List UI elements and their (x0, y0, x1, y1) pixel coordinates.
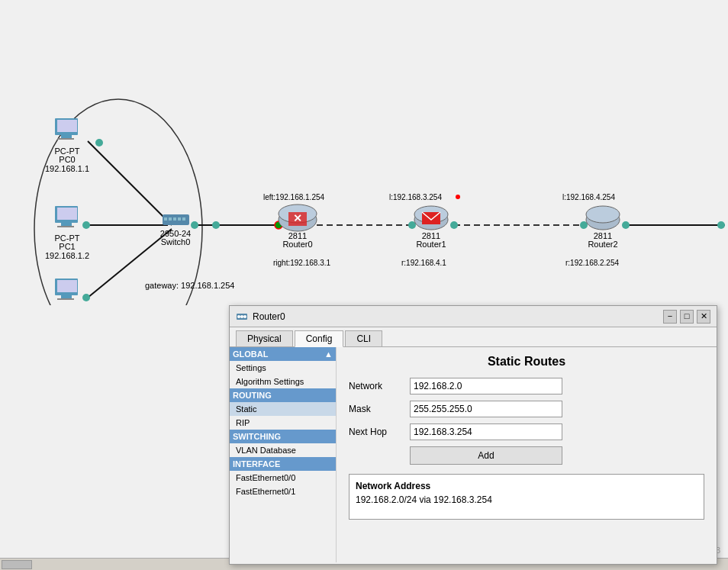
switch0-port4 (178, 217, 181, 221)
router1-alert-dot (456, 195, 460, 199)
dialog-tabs: Physical Config CLI (230, 327, 717, 347)
pc1-stand (61, 223, 72, 226)
dialog-body: GLOBAL ▲ Settings Algorithm Settings ROU… (230, 347, 717, 562)
router0-label2: Router0 (282, 240, 312, 249)
router0-right-label: right:192.168.3.1 (273, 259, 330, 267)
mask-row: Mask (349, 401, 704, 417)
sidebar-fe1[interactable]: FastEthernet0/1 (230, 485, 336, 498)
router1-left-label: l:192.168.3.254 (389, 193, 442, 201)
pc2-base (57, 298, 74, 300)
minimize-button[interactable]: − (663, 310, 677, 324)
sidebar-settings[interactable]: Settings (230, 361, 336, 375)
section-global: GLOBAL ▲ (230, 347, 336, 361)
router2-label2: Router2 (588, 240, 617, 249)
dialog-title-text: Router0 (253, 311, 285, 322)
pc1-screen (57, 208, 77, 220)
switch0-port3 (173, 217, 176, 221)
content-area: Static Routes Network Mask Next Hop Add … (337, 347, 717, 562)
network-input[interactable] (410, 378, 562, 394)
dialog-controls[interactable]: − □ ✕ (663, 310, 710, 324)
pc2-dot (82, 294, 90, 301)
switch0-label2: Switch0 (161, 237, 191, 246)
network-address-box: Network Address 192.168.2.0/24 via 192.1… (349, 474, 704, 520)
network-row: Network (349, 378, 704, 394)
nexthop-label: Next Hop (349, 427, 410, 437)
gateway-label: gateway: 192.168.1.254 (145, 281, 234, 290)
pc0-screen (57, 120, 77, 132)
router1-label2: Router1 (416, 240, 446, 249)
nexthop-input[interactable] (410, 423, 562, 440)
pc1-dot (82, 221, 90, 229)
dialog-router-icon (236, 311, 248, 323)
maximize-button[interactable]: □ (680, 310, 694, 324)
close-button[interactable]: ✕ (697, 310, 710, 324)
router2-right-label: r:192.168.2.254 (565, 259, 619, 267)
sidebar-rip[interactable]: RIP (230, 416, 336, 430)
pc1-label-line2: PC1 (59, 242, 75, 251)
pc1-ip: 192.168.1.2 (45, 251, 89, 260)
router0-left-label: left:192.168.1.254 (263, 193, 325, 201)
network-topology: PC-PT PC0 192.168.1.1 PC-PT PC1 192.168.… (0, 0, 728, 305)
network-address-value: 192.168.2.0/24 via 192.168.3.254 (356, 494, 697, 505)
switch-left-dot (191, 221, 198, 229)
add-route-button[interactable]: Add (410, 446, 562, 465)
sidebar-vlan[interactable]: VLAN Database (230, 443, 336, 457)
dialog-titlebar: Router0 − □ ✕ (230, 306, 717, 327)
dialog-title-left: Router0 (236, 311, 285, 323)
router1-right-dot (450, 221, 458, 229)
mask-label: Mask (349, 404, 410, 414)
router2-right-dot (622, 221, 630, 229)
pc0-ip: 192.168.1.1 (45, 164, 89, 173)
pc0-stand (61, 135, 72, 138)
dialog-sidebar: GLOBAL ▲ Settings Algorithm Settings ROU… (230, 347, 337, 562)
pc0-label-line2: PC0 (59, 155, 75, 164)
interface-label: INTERFACE (233, 459, 280, 469)
switching-label: SWITCHING (233, 432, 281, 441)
static-routes-title: Static Routes (349, 355, 704, 369)
tab-physical[interactable]: Physical (236, 330, 293, 346)
routing-label: ROUTING (233, 391, 272, 400)
pc2-stand (61, 295, 72, 298)
router2-top (586, 206, 620, 223)
network-address-title: Network Address (356, 481, 697, 491)
pc0-switch-link (88, 141, 172, 225)
sidebar-fe0[interactable]: FastEthernet0/0 (230, 471, 336, 485)
switch0-port2 (169, 217, 172, 221)
tab-cli[interactable]: CLI (345, 330, 382, 346)
pc1-base (57, 226, 74, 227)
pc0-base (57, 138, 74, 140)
sidebar-algorithm[interactable]: Algorithm Settings (230, 375, 336, 388)
section-switching: SWITCHING (230, 430, 336, 443)
router0-x: ✕ (293, 212, 302, 224)
router2-left-label: l:192.168.4.254 (562, 193, 615, 201)
router0-dialog: Router0 − □ ✕ Physical Config CLI GLOBAL… (229, 305, 717, 565)
svg-point-1 (237, 315, 240, 318)
scroll-thumb[interactable] (2, 560, 32, 569)
switch0-port1 (164, 217, 167, 221)
svg-point-3 (243, 315, 246, 318)
nexthop-row: Next Hop (349, 423, 704, 440)
tab-config[interactable]: Config (295, 330, 344, 347)
global-label: GLOBAL (233, 349, 268, 359)
router1-right-label: r:192.168.4.1 (401, 259, 446, 267)
mask-input[interactable] (410, 401, 562, 417)
network-label: Network (349, 381, 410, 391)
right-end-dot (717, 221, 725, 229)
pc2-screen (57, 280, 77, 292)
switch-right-dot (212, 221, 220, 229)
svg-point-2 (240, 315, 243, 318)
sidebar-static[interactable]: Static (230, 402, 336, 416)
pc0-dot (95, 139, 103, 147)
section-routing: ROUTING (230, 388, 336, 402)
global-arrow: ▲ (324, 349, 333, 359)
switch0-port5 (182, 217, 185, 221)
section-interface: INTERFACE (230, 457, 336, 471)
